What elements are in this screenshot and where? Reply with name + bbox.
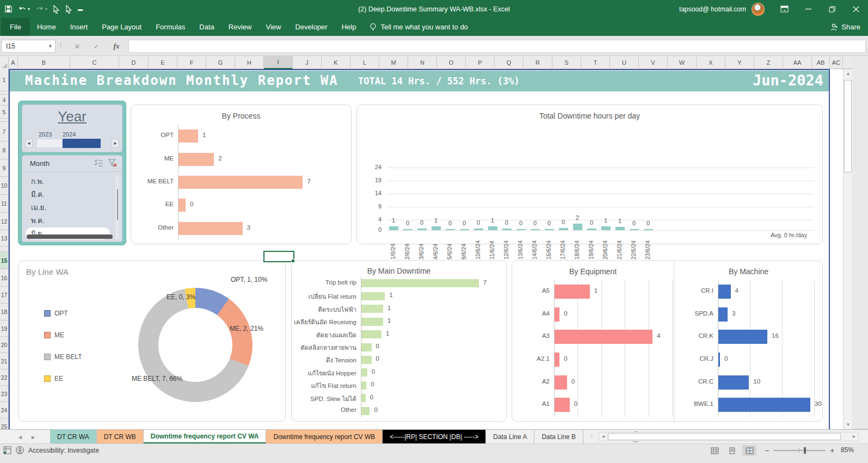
- column-header-R[interactable]: R: [524, 56, 552, 69]
- bar-A2[interactable]: [555, 375, 567, 390]
- column-header-C[interactable]: C: [70, 56, 119, 69]
- multi-select-icon[interactable]: [94, 159, 103, 169]
- bar-เคลียร์ดินอัด Receiving[interactable]: [361, 318, 383, 326]
- pointer2-icon[interactable]: [65, 5, 72, 14]
- ribbon-tab-developer[interactable]: Developer: [288, 18, 334, 36]
- chart-daily-downtime[interactable]: Total Downtime hours per day 04914192411…: [356, 104, 823, 244]
- bar-ติดระบบไฟฟ้า[interactable]: [361, 305, 383, 313]
- column-header-W[interactable]: W: [668, 56, 697, 69]
- bar-A4[interactable]: [555, 307, 559, 322]
- undo-icon[interactable]: ▾: [18, 5, 30, 13]
- donut-ring[interactable]: [138, 288, 253, 402]
- column-header-N[interactable]: N: [408, 56, 437, 69]
- row-header-17[interactable]: 17: [0, 287, 8, 304]
- ribbon-tab-data[interactable]: Data: [192, 18, 221, 36]
- page-layout-view-icon[interactable]: [725, 445, 739, 456]
- select-all-corner[interactable]: [0, 56, 9, 69]
- page-break-view-icon[interactable]: [742, 445, 756, 456]
- customize-qat-icon[interactable]: ▬: [78, 7, 83, 12]
- horizontal-scrollbar[interactable]: ◄ ►: [599, 432, 859, 441]
- column-header-E[interactable]: E: [149, 56, 177, 69]
- bar-ME BELT[interactable]: [178, 176, 303, 189]
- account-name[interactable]: tapsood@ hotmail.com: [679, 5, 746, 13]
- ribbon-tab-file[interactable]: File: [1, 18, 30, 36]
- ribbon-tab-page-layout[interactable]: Page Layout: [95, 18, 149, 36]
- row-header-16[interactable]: 16: [0, 269, 8, 287]
- row-header-7[interactable]: 7: [0, 122, 8, 141]
- bar-CR.K[interactable]: [718, 330, 767, 344]
- clear-filter-icon[interactable]: [108, 159, 118, 170]
- bar-CR.J[interactable]: [718, 353, 720, 367]
- row-header-21[interactable]: 21: [0, 353, 8, 369]
- name-box-dropdown-icon[interactable]: ▼: [48, 44, 53, 49]
- bar-CR.I[interactable]: [718, 285, 731, 299]
- year-option-2023[interactable]: 2023: [39, 131, 52, 138]
- bar-เปลี่ยน Flat return[interactable]: [361, 292, 385, 300]
- column-header-J[interactable]: J: [293, 56, 322, 69]
- ribbon-tab-home[interactable]: Home: [30, 18, 63, 36]
- cancel-entry-icon[interactable]: ✕: [70, 40, 85, 53]
- year-option-2024[interactable]: 2024: [63, 131, 76, 138]
- daily-bar-11/6/24[interactable]: [488, 226, 497, 230]
- column-header-D[interactable]: D: [119, 56, 149, 69]
- row-header-23[interactable]: 23: [0, 386, 8, 402]
- row-header-9[interactable]: 9: [0, 159, 8, 177]
- daily-bar-22/6/24[interactable]: [630, 229, 639, 230]
- daily-bar-9/6/24[interactable]: [460, 229, 469, 230]
- bar-CR.C[interactable]: [718, 375, 749, 390]
- bar-ME[interactable]: [178, 153, 214, 166]
- chart-by-main-downtime[interactable]: By Main Downtime Trip belt rip7เปลี่ยน F…: [291, 260, 507, 422]
- row-header-24[interactable]: 24: [0, 402, 8, 418]
- row-header-20[interactable]: 20: [0, 337, 8, 353]
- minimize-button[interactable]: [796, 0, 820, 18]
- daily-bar-19/6/24[interactable]: [587, 229, 596, 230]
- bar-Other[interactable]: [178, 222, 243, 235]
- daily-bar-1/6/24[interactable]: [389, 226, 398, 230]
- bar-Trip belt rip[interactable]: [361, 279, 479, 287]
- timeline-right-arrow[interactable]: ►: [112, 139, 119, 148]
- ribbon-tab-view[interactable]: View: [258, 18, 288, 36]
- bar-ดึง Tension[interactable]: [361, 356, 372, 364]
- row-header-1[interactable]: 1: [0, 69, 8, 91]
- scroll-down-icon[interactable]: ▼: [844, 420, 853, 429]
- normal-view-icon[interactable]: [707, 445, 722, 456]
- zoom-slider[interactable]: [773, 450, 826, 451]
- column-header-L[interactable]: L: [350, 56, 379, 69]
- ribbon-tab-insert[interactable]: Insert: [63, 18, 95, 36]
- row-header-10[interactable]: 10: [0, 177, 8, 195]
- ribbon-display-options-icon[interactable]: [772, 0, 796, 18]
- scroll-left-icon[interactable]: ◄: [599, 433, 607, 441]
- row-header-5[interactable]: 5: [0, 106, 8, 119]
- column-header-A[interactable]: A: [9, 56, 18, 69]
- ribbon-tab-review[interactable]: Review: [221, 18, 259, 36]
- bar-A1[interactable]: [555, 398, 570, 412]
- column-header-AB[interactable]: AB: [812, 56, 830, 69]
- month-item-3[interactable]: พ.ค.: [26, 214, 110, 226]
- daily-bar-20/6/24[interactable]: [601, 226, 611, 230]
- chart-by-equipment-machine[interactable]: By Equipment By Machine A51A40A34A2.10A2…: [512, 260, 823, 422]
- sheet-tab-2[interactable]: Downtime frequency report CV WA: [144, 430, 267, 444]
- column-header-P[interactable]: P: [466, 56, 495, 69]
- bar-แก้ไข Flat return[interactable]: [361, 381, 366, 390]
- sheet-tab-5[interactable]: Data Line A: [486, 430, 534, 444]
- timeline-segment-2024-selected[interactable]: [63, 139, 101, 148]
- tell-me-box[interactable]: Tell me what you want to do: [363, 18, 474, 36]
- daily-bar-17/6/24[interactable]: [559, 228, 568, 230]
- column-header-AA[interactable]: AA: [783, 56, 812, 69]
- daily-bar-2/6/24[interactable]: [403, 229, 413, 230]
- row-header-12[interactable]: 12: [0, 213, 8, 230]
- column-header-V[interactable]: V: [639, 56, 668, 69]
- column-header-B[interactable]: B: [18, 56, 70, 69]
- daily-bar-13/6/24[interactable]: [516, 229, 526, 230]
- daily-bar-4/6/24[interactable]: [432, 226, 441, 230]
- sheet-tab-6[interactable]: Data Line B: [534, 430, 583, 444]
- accessibility-status[interactable]: Accessibility: Investigate: [28, 447, 99, 454]
- bar-แก้ไขผนัง Hopper[interactable]: [361, 368, 367, 376]
- timeline-segment-2023[interactable]: [36, 139, 63, 148]
- chart-by-process[interactable]: By Process OPT1ME2ME BELT7EE0Other3: [131, 104, 352, 244]
- column-header-T[interactable]: T: [581, 56, 610, 69]
- tab-nav-left-icon[interactable]: ◄: [14, 430, 26, 444]
- timeline-left-arrow[interactable]: ◄: [25, 139, 33, 148]
- column-header-X[interactable]: X: [697, 56, 725, 69]
- insert-function-icon[interactable]: fx: [109, 40, 124, 53]
